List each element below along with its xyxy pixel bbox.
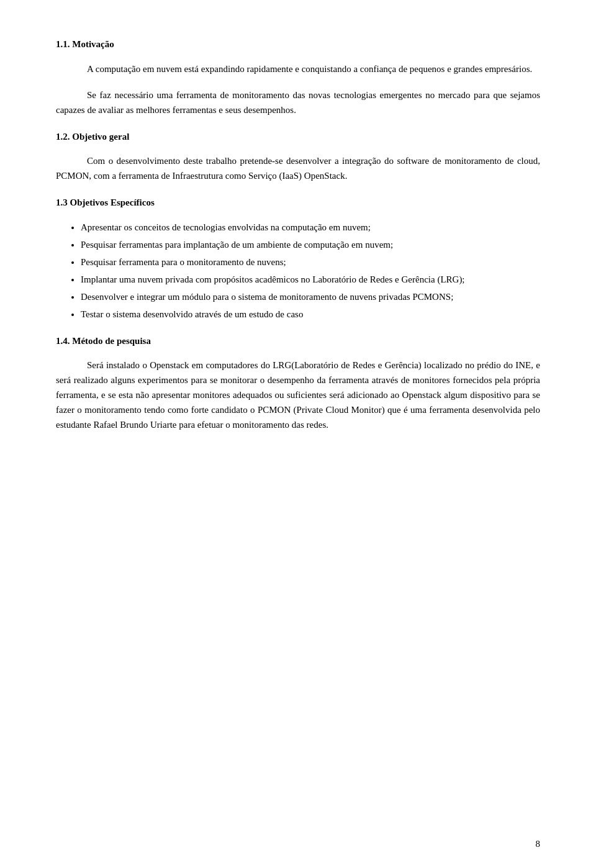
list-item: Pesquisar ferramenta para o monitorament…: [81, 255, 540, 269]
list-item: Desenvolver e integrar um módulo para o …: [81, 289, 540, 304]
list-item: Pesquisar ferramentas para implantação d…: [81, 237, 540, 252]
document-page: 1.1. Motivação A computação em nuvem est…: [0, 0, 596, 868]
section-1-3: 1.3 Objetivos Específicos Apresentar os …: [56, 196, 540, 322]
section-1-4: 1.4. Método de pesquisa Será instalado o…: [56, 334, 540, 433]
section-1-3-heading: 1.3 Objetivos Específicos: [56, 196, 540, 210]
section-1-3-list: Apresentar os conceitos de tecnologias e…: [81, 220, 540, 322]
list-item: Testar o sistema desenvolvido através de…: [81, 307, 540, 322]
section-1-2-para-1: Com o desenvolvimento deste trabalho pre…: [56, 153, 540, 183]
section-1-1: 1.1. Motivação A computação em nuvem est…: [56, 37, 540, 117]
section-1-2: 1.2. Objetivo geral Com o desenvolviment…: [56, 130, 540, 184]
section-1-2-heading: 1.2. Objetivo geral: [56, 130, 540, 144]
section-1-1-heading: 1.1. Motivação: [56, 37, 540, 52]
list-item: Implantar uma nuvem privada com propósit…: [81, 272, 540, 287]
section-1-1-para-2: Se faz necessário uma ferramenta de moni…: [56, 88, 540, 117]
section-1-4-heading: 1.4. Método de pesquisa: [56, 334, 540, 348]
list-item: Apresentar os conceitos de tecnologias e…: [81, 220, 540, 235]
section-1-4-para-1: Será instalado o Openstack em computador…: [56, 358, 540, 432]
page-number: 8: [536, 839, 541, 849]
section-1-1-para-1: A computação em nuvem está expandindo ra…: [56, 61, 540, 76]
